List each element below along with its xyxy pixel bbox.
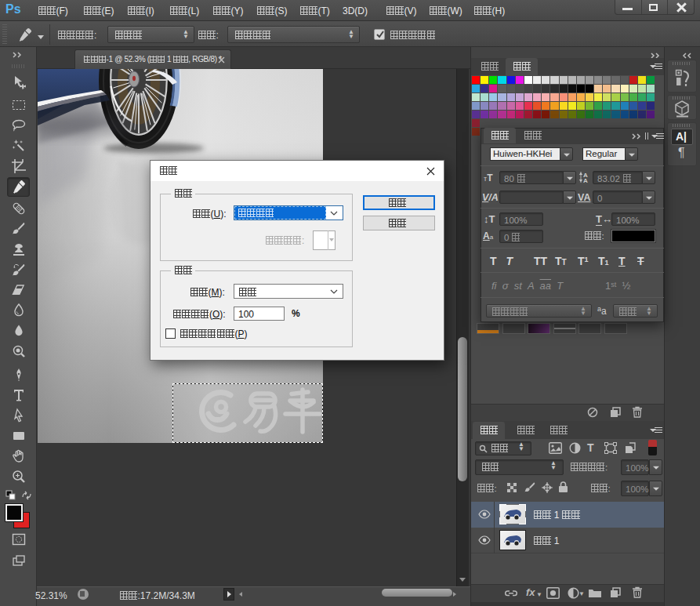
- svg-text:A: A: [583, 177, 588, 183]
